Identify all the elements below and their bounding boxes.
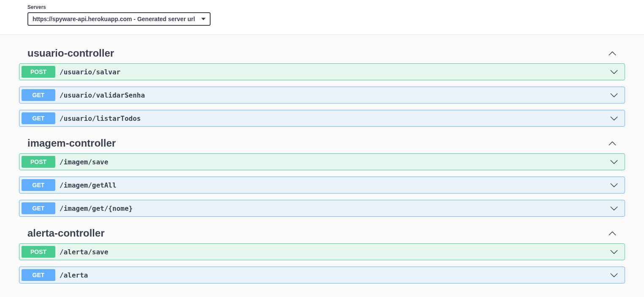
tag-section-imagem: imagem-controller POST /imagem/save GET … xyxy=(19,133,625,217)
operation-row[interactable]: GET /imagem/get/{nome} xyxy=(19,200,625,217)
chevron-up-icon xyxy=(608,229,617,237)
method-badge-post: POST xyxy=(22,66,55,78)
tag-section-alerta: alerta-controller POST /alerta/save GET … xyxy=(19,223,625,283)
method-badge-get: GET xyxy=(22,179,55,191)
tag-section-usuario: usuario-controller POST /usuario/salvar … xyxy=(19,43,625,127)
operation-row[interactable]: GET /usuario/listarTodos xyxy=(19,110,625,127)
chevron-down-icon xyxy=(610,158,618,166)
operation-path: /usuario/validarSenha xyxy=(60,91,610,99)
operations-list: POST /usuario/salvar GET /usuario/valida… xyxy=(19,63,625,127)
method-badge-post: POST xyxy=(22,246,55,258)
operation-row[interactable]: POST /imagem/save xyxy=(19,153,625,170)
operation-row[interactable]: GET /usuario/validarSenha xyxy=(19,87,625,104)
tag-header-alerta[interactable]: alerta-controller xyxy=(19,223,625,243)
operations-list: POST /alerta/save GET /alerta xyxy=(19,243,625,283)
method-badge-get: GET xyxy=(22,89,55,101)
operation-row[interactable]: GET /alerta xyxy=(19,267,625,283)
method-badge-get: GET xyxy=(22,202,55,214)
servers-section: Servers https://spyware-api.herokuapp.co… xyxy=(0,0,644,35)
operations-list: POST /imagem/save GET /imagem/getAll GET… xyxy=(19,153,625,217)
servers-label: Servers xyxy=(27,4,617,10)
server-select[interactable]: https://spyware-api.herokuapp.com - Gene… xyxy=(27,12,211,26)
operation-path: /imagem/getAll xyxy=(60,181,610,189)
operation-path: /usuario/salvar xyxy=(60,68,610,76)
method-badge-post: POST xyxy=(22,156,55,168)
operation-path: /imagem/get/{nome} xyxy=(60,204,610,213)
operation-row[interactable]: GET /imagem/getAll xyxy=(19,177,625,193)
chevron-down-icon xyxy=(610,68,618,76)
operation-row[interactable]: POST /alerta/save xyxy=(19,243,625,260)
chevron-down-icon xyxy=(610,91,618,99)
operation-path: /usuario/listarTodos xyxy=(60,114,610,123)
chevron-down-icon xyxy=(610,181,618,189)
chevron-down-icon xyxy=(610,204,618,213)
operation-row[interactable]: POST /usuario/salvar xyxy=(19,63,625,80)
tag-header-imagem[interactable]: imagem-controller xyxy=(19,133,625,153)
tag-title: usuario-controller xyxy=(27,47,114,59)
chevron-down-icon xyxy=(610,114,618,123)
main-content: usuario-controller POST /usuario/salvar … xyxy=(0,35,644,297)
operation-path: /imagem/save xyxy=(60,158,610,166)
chevron-down-icon xyxy=(610,248,618,256)
chevron-down-icon xyxy=(610,271,618,279)
chevron-up-icon xyxy=(608,49,617,57)
tag-title: alerta-controller xyxy=(27,227,105,239)
method-badge-get: GET xyxy=(22,269,55,281)
tag-header-usuario[interactable]: usuario-controller xyxy=(19,43,625,63)
operation-path: /alerta xyxy=(60,271,610,279)
operation-path: /alerta/save xyxy=(60,248,610,256)
tag-title: imagem-controller xyxy=(27,137,116,149)
server-select-wrapper: https://spyware-api.herokuapp.com - Gene… xyxy=(27,12,211,26)
chevron-up-icon xyxy=(608,139,617,147)
method-badge-get: GET xyxy=(22,112,55,124)
